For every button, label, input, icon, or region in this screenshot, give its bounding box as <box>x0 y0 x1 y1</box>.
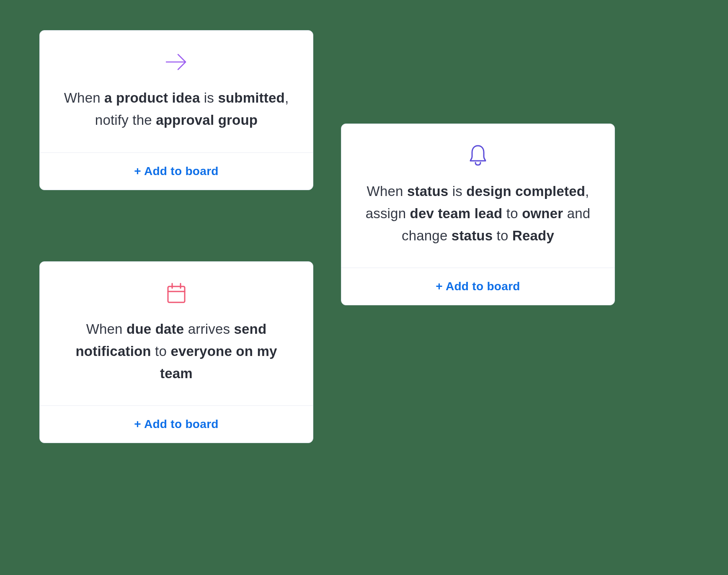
add-to-board-label: + Add to board <box>134 418 219 431</box>
card-body: When status is design completed, assign … <box>341 124 614 268</box>
card-body: When a product idea is submitted, notify… <box>40 31 313 152</box>
add-to-board-button[interactable]: + Add to board <box>341 268 614 305</box>
automation-description: When due date arrives send notification … <box>61 318 292 384</box>
svg-rect-1 <box>168 286 185 302</box>
automation-description: When a product idea is submitted, notify… <box>61 87 292 132</box>
calendar-icon <box>166 278 186 308</box>
automation-card: When status is design completed, assign … <box>341 124 615 305</box>
add-to-board-button[interactable]: + Add to board <box>40 405 313 443</box>
bell-icon <box>468 141 488 170</box>
add-to-board-button[interactable]: + Add to board <box>40 152 313 190</box>
add-to-board-label: + Add to board <box>134 165 219 178</box>
automation-card: When a product idea is submitted, notify… <box>39 30 313 190</box>
automation-card: When due date arrives send notification … <box>39 261 313 443</box>
arrow-right-icon <box>165 47 188 77</box>
add-to-board-label: + Add to board <box>436 280 520 293</box>
card-body: When due date arrives send notification … <box>40 262 313 405</box>
automation-description: When status is design completed, assign … <box>362 180 594 247</box>
